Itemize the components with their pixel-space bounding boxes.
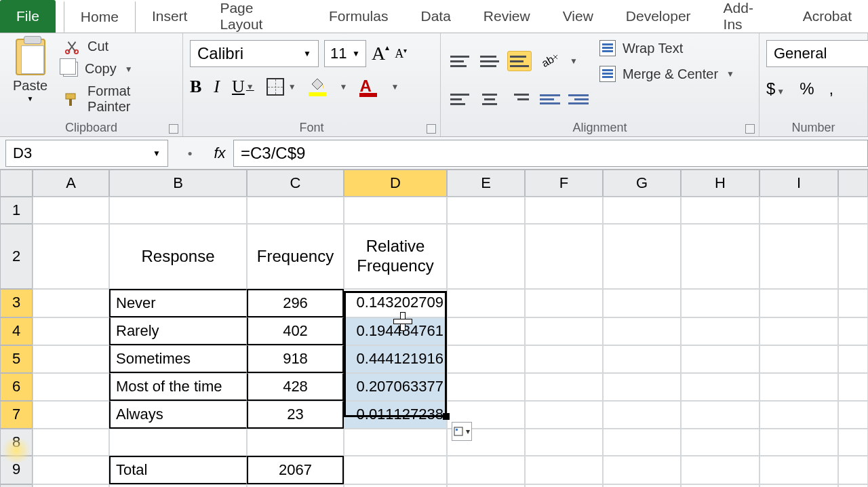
cell-blank1[interactable] bbox=[838, 197, 868, 224]
cell-blank5[interactable] bbox=[838, 345, 868, 373]
cell-F1[interactable] bbox=[525, 197, 603, 224]
row-header-8[interactable]: 8 bbox=[0, 429, 33, 456]
cell-C2[interactable]: Frequency bbox=[247, 224, 344, 289]
chevron-down-icon[interactable]: ▼ bbox=[570, 56, 578, 66]
cell-A7[interactable] bbox=[33, 401, 109, 429]
cell-H9[interactable] bbox=[681, 456, 760, 484]
col-header-D[interactable]: D bbox=[344, 170, 447, 197]
cell-A5[interactable] bbox=[33, 345, 109, 373]
col-header-I[interactable]: I bbox=[760, 170, 838, 197]
align-bottom-button[interactable] bbox=[507, 51, 532, 71]
cell-H6[interactable] bbox=[681, 373, 760, 401]
cell-A9[interactable] bbox=[33, 456, 109, 484]
cell-I3[interactable] bbox=[760, 289, 838, 317]
row-header-10[interactable]: 10 bbox=[0, 484, 33, 487]
percent-format-button[interactable]: % bbox=[800, 79, 814, 98]
col-header-B[interactable]: B bbox=[109, 170, 247, 197]
cell-blank2[interactable] bbox=[838, 224, 868, 289]
cell-B6[interactable]: Most of the time bbox=[109, 373, 247, 401]
cell-E2[interactable] bbox=[447, 224, 525, 289]
tab-add-ins[interactable]: Add-Ins bbox=[707, 0, 787, 33]
cell-F7[interactable] bbox=[525, 401, 603, 429]
copy-button[interactable]: Copy ▼ bbox=[63, 61, 176, 77]
cell-D6[interactable]: 0.207063377 bbox=[344, 373, 447, 401]
row-header-4[interactable]: 4 bbox=[0, 317, 33, 345]
chevron-down-icon[interactable]: ▼ bbox=[776, 87, 785, 96]
cell-A4[interactable] bbox=[33, 317, 109, 345]
cell-blank7[interactable] bbox=[838, 401, 868, 429]
cell-G7[interactable] bbox=[603, 401, 681, 429]
formula-input[interactable]: =C3/C$9 bbox=[233, 140, 868, 167]
cell-C8[interactable] bbox=[247, 429, 344, 456]
chevron-down-icon[interactable]: ▼ bbox=[340, 82, 348, 92]
cell-A10[interactable] bbox=[33, 484, 109, 487]
increase-indent-button[interactable] bbox=[568, 90, 589, 108]
tab-home[interactable]: Home bbox=[64, 0, 136, 33]
number-format-select[interactable]: General bbox=[766, 40, 868, 67]
cell-A2[interactable] bbox=[33, 224, 109, 289]
col-header-F[interactable]: F bbox=[525, 170, 603, 197]
autofill-options-button[interactable] bbox=[452, 422, 472, 441]
row-header-6[interactable]: 6 bbox=[0, 373, 33, 401]
cell-B5[interactable]: Sometimes bbox=[109, 345, 247, 373]
dialog-launcher-clipboard[interactable] bbox=[169, 124, 178, 134]
tab-formulas[interactable]: Formulas bbox=[313, 0, 405, 33]
dialog-launcher-font[interactable] bbox=[427, 124, 436, 134]
cell-H10[interactable] bbox=[681, 484, 760, 487]
tab-page-layout[interactable]: Page Layout bbox=[203, 0, 313, 33]
cell-D9[interactable] bbox=[344, 456, 447, 484]
cell-G10[interactable] bbox=[603, 484, 681, 487]
cell-C6[interactable]: 428 bbox=[247, 373, 344, 401]
cell-blank10[interactable] bbox=[838, 484, 868, 487]
cell-I10[interactable] bbox=[760, 484, 838, 487]
cell-I5[interactable] bbox=[760, 345, 838, 373]
col-header-blank[interactable] bbox=[838, 170, 868, 197]
cell-H4[interactable] bbox=[681, 317, 760, 345]
cell-E9[interactable] bbox=[447, 456, 525, 484]
cell-I2[interactable] bbox=[760, 224, 838, 289]
grow-font-button[interactable]: A▴ bbox=[372, 43, 389, 64]
row-header-2[interactable]: 2 bbox=[0, 224, 33, 289]
tab-data[interactable]: Data bbox=[404, 0, 467, 33]
cell-C1[interactable] bbox=[247, 197, 344, 224]
cell-D1[interactable] bbox=[344, 197, 447, 224]
cancel-formula-button[interactable]: ● bbox=[174, 149, 206, 158]
cell-C4[interactable]: 402 bbox=[247, 317, 344, 345]
cell-B4[interactable]: Rarely bbox=[109, 317, 247, 345]
cell-I1[interactable] bbox=[760, 197, 838, 224]
accounting-format-button[interactable]: $▼ bbox=[766, 79, 785, 98]
cell-A8[interactable] bbox=[33, 429, 109, 456]
cell-D2[interactable]: Relative Frequency bbox=[344, 224, 447, 289]
cell-E4[interactable] bbox=[447, 317, 525, 345]
align-left-button[interactable] bbox=[448, 89, 472, 109]
chevron-down-icon[interactable]: ▼ bbox=[288, 82, 296, 92]
cell-I8[interactable] bbox=[760, 429, 838, 456]
cell-H3[interactable] bbox=[681, 289, 760, 317]
chevron-down-icon[interactable]: ▼ bbox=[726, 69, 734, 79]
cell-D5[interactable]: 0.444121916 bbox=[344, 345, 447, 373]
cell-C3[interactable]: 296 bbox=[247, 289, 344, 317]
cell-A6[interactable] bbox=[33, 373, 109, 401]
cell-blank9[interactable] bbox=[838, 456, 868, 484]
cell-B7[interactable]: Always bbox=[109, 401, 247, 429]
cell-B2[interactable]: Response bbox=[109, 224, 247, 289]
col-header-A[interactable]: A bbox=[33, 170, 109, 197]
cell-D7[interactable]: 0.011127238 bbox=[344, 401, 447, 429]
cell-B1[interactable] bbox=[109, 197, 247, 224]
cell-H7[interactable] bbox=[681, 401, 760, 429]
cell-blank4[interactable] bbox=[838, 317, 868, 345]
chevron-down-icon[interactable]: ▼ bbox=[153, 149, 161, 158]
row-header-7[interactable]: 7 bbox=[0, 401, 33, 429]
cell-I4[interactable] bbox=[760, 317, 838, 345]
cell-I7[interactable] bbox=[760, 401, 838, 429]
font-name-select[interactable]: Calibri ▼ bbox=[190, 40, 319, 67]
decrease-indent-button[interactable] bbox=[540, 90, 560, 108]
cell-F10[interactable] bbox=[525, 484, 603, 487]
cell-C5[interactable]: 918 bbox=[247, 345, 344, 373]
chevron-down-icon[interactable]: ▼ bbox=[391, 82, 399, 92]
row-header-3[interactable]: 3 bbox=[0, 289, 33, 317]
cell-G5[interactable] bbox=[603, 345, 681, 373]
cell-E3[interactable] bbox=[447, 289, 525, 317]
select-all-corner[interactable] bbox=[0, 170, 33, 197]
align-center-button[interactable] bbox=[477, 89, 502, 109]
